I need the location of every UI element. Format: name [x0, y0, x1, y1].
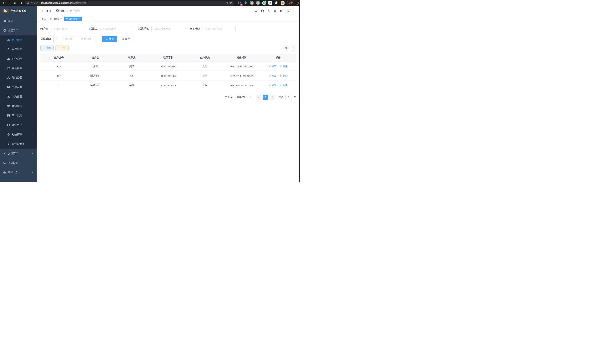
extension-command-icon[interactable]: ⌘ [250, 1, 254, 5]
delete-link[interactable]: 删除 [280, 74, 287, 78]
date-range-picker[interactable]: 开始日期 - 结束日期 [53, 36, 96, 42]
extension-chat-icon[interactable] [268, 1, 272, 5]
download-icon [58, 47, 60, 49]
delete-link[interactable]: 删除 [280, 84, 287, 87]
pencil-icon [269, 65, 271, 67]
forward-icon[interactable] [7, 0, 12, 5]
phone-input[interactable] [151, 26, 184, 32]
sidebar-item-dict[interactable]: 字典管理 [0, 92, 37, 101]
font-size-icon[interactable]: TT [280, 9, 282, 12]
tab-tenant[interactable]: 租户管理 × [64, 17, 81, 21]
col-created: 创建时间 [223, 54, 260, 62]
page-size-select[interactable]: 10条/页 [234, 95, 253, 100]
reload-icon[interactable] [13, 0, 18, 5]
share-icon[interactable] [225, 1, 228, 4]
tenant-name-input[interactable] [51, 26, 84, 32]
fullscreen-icon[interactable] [273, 9, 277, 12]
sidebar-item-payment[interactable]: ¥ 支付管理 [0, 149, 37, 158]
prev-page-button[interactable] [256, 95, 261, 100]
plus-icon [43, 47, 45, 49]
header-search-icon[interactable] [254, 9, 258, 12]
profile-avatar-icon[interactable] [281, 1, 285, 5]
refresh-icon [122, 38, 124, 40]
status-text: 关闭 [187, 71, 223, 81]
filter-row-2: 创建时间 开始日期 - 结束日期 搜索 [40, 36, 296, 42]
status-select[interactable]: 请选择租户状态 [203, 26, 236, 32]
security-label: 不安全 [31, 1, 38, 4]
reset-button[interactable]: 重置 [119, 36, 133, 42]
edit-link[interactable]: 修改 [269, 65, 276, 68]
sidebar-logo[interactable]: 芋道管理系统 [0, 6, 37, 16]
goto-label: 前往 [279, 95, 283, 99]
extension-grid-icon[interactable]: 10 [238, 1, 242, 5]
sidebar-item-online-users[interactable]: 在线用户 [0, 120, 37, 130]
col-phone: 联系手机 [150, 54, 187, 62]
chrome-update-button[interactable]: 更新 ⋮ [287, 1, 299, 5]
tab-home[interactable]: 首页 [40, 17, 47, 21]
window-scrollbar-edge[interactable] [299, 6, 300, 182]
sidebar-item-dev-tools[interactable]: 研发工具 [0, 168, 37, 177]
breadcrumb-system[interactable]: 系统管理 [55, 9, 66, 13]
not-secure-warning-icon [27, 2, 29, 4]
chat-bubble-icon [7, 105, 10, 108]
col-tenant-name: 租户名 [77, 54, 113, 62]
sidebar-item-infrastructure[interactable]: 基础设施 [0, 158, 37, 168]
sidebar-item-tenant[interactable]: 租户管理 [0, 35, 37, 45]
sidebar-item-post[interactable]: 岗位管理 [0, 82, 37, 92]
extension-yudao-icon[interactable]: y [262, 1, 266, 5]
sidebar-item-audit-log[interactable]: 审计日志 [0, 111, 37, 120]
delete-link[interactable]: 删除 [280, 65, 287, 68]
browser-menu-icon[interactable]: ⋮ [294, 2, 297, 4]
sidebar-item-dept[interactable]: 部门管理 [0, 73, 37, 82]
avatar-caret-down-icon[interactable]: ▼ [295, 11, 297, 13]
export-button[interactable]: 导出 [56, 45, 69, 51]
home-icon[interactable] [18, 0, 23, 5]
breadcrumb-home[interactable]: 首页 [46, 9, 51, 13]
extensions-puzzle-icon[interactable] [274, 1, 278, 5]
help-question-icon[interactable] [267, 9, 270, 12]
chevron-down-icon [232, 28, 234, 30]
refresh-table-button[interactable] [291, 45, 296, 51]
close-icon[interactable]: × [60, 18, 62, 20]
sidebar-item-role[interactable]: 角色管理 [0, 54, 37, 64]
edit-log-icon [7, 114, 10, 117]
sidebar-item-error-code[interactable]: 错误码管理 [0, 139, 37, 149]
bookmark-star-icon[interactable] [229, 1, 232, 4]
sidebar-item-user[interactable]: 用户管理 [0, 45, 37, 54]
goto-page-input[interactable] [285, 95, 292, 100]
user-icon [7, 48, 10, 51]
browser-toolbar: 不安全 dashboard.yudao.iocoder.cn/system/te… [0, 0, 300, 6]
user-avatar[interactable] [286, 7, 293, 15]
add-button[interactable]: 新增 [40, 45, 54, 51]
start-date-placeholder: 开始日期 [59, 37, 75, 41]
contact-input[interactable] [100, 26, 132, 32]
sidebar-item-home[interactable]: 首页 [0, 16, 37, 26]
app-header: 首页 / 系统管理 / 租户管理 [37, 6, 300, 16]
github-icon[interactable] [261, 9, 264, 12]
gear-icon [3, 29, 6, 32]
page-number-button[interactable]: 1 [263, 95, 268, 100]
menu-tree-icon [7, 67, 10, 70]
shield-check-icon [7, 133, 10, 136]
users-icon [7, 38, 10, 41]
dashboard-icon [3, 19, 6, 22]
back-icon[interactable] [1, 0, 6, 5]
close-icon[interactable]: × [79, 18, 80, 20]
sidebar-item-sms[interactable]: 短信管理 [0, 130, 37, 139]
show-search-toggle-button[interactable] [283, 45, 289, 51]
sidebar-item-system[interactable]: 系统管理 [0, 26, 37, 35]
url-bar[interactable]: 不安全 dashboard.yudao.iocoder.cn/system/te… [25, 1, 234, 5]
sidebar-item-notice[interactable]: 通知公告 [0, 101, 37, 111]
col-actions: 操作 [260, 54, 296, 62]
edit-link[interactable]: 修改 [269, 84, 276, 87]
extension-gem-icon[interactable] [244, 1, 248, 5]
tab-dept[interactable]: 部门管理 × [49, 17, 63, 21]
sidebar-item-menu[interactable]: 菜单管理 [0, 64, 37, 73]
edit-link[interactable]: 修改 [269, 74, 276, 78]
next-page-button[interactable] [270, 95, 275, 100]
code-icon [7, 142, 10, 145]
pencil-icon [269, 75, 271, 77]
search-button[interactable]: 搜索 [103, 36, 117, 42]
extension-dot-icon[interactable] [256, 1, 260, 5]
sidebar-fold-icon[interactable] [40, 9, 43, 13]
